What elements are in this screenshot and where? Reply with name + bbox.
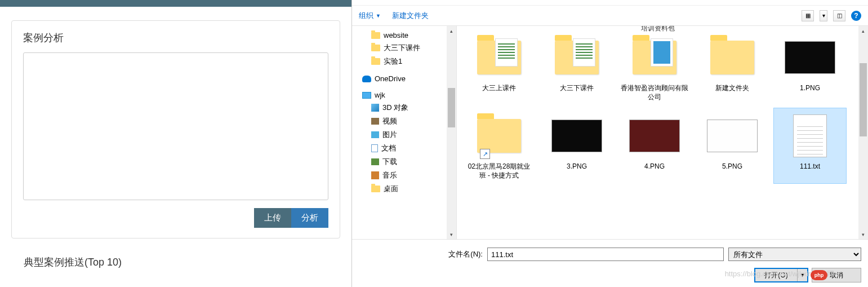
3d-objects-icon — [371, 104, 379, 112]
file-item[interactable]: 111.txt — [773, 108, 847, 184]
scroll-up-icon[interactable]: ▴ — [447, 26, 456, 36]
file-item[interactable]: 5.PNG — [696, 108, 769, 184]
open-button-group: 打开(O) ▼ — [754, 268, 808, 282]
file-label: 5.PNG — [722, 162, 742, 171]
tree-item-onedrive[interactable]: OneDrive — [352, 73, 447, 85]
file-label: 香港智盈咨询顾问有限公司 — [621, 84, 688, 101]
tree-item-music[interactable]: 音乐 — [352, 169, 447, 182]
php-badge-icon: php — [811, 270, 827, 280]
downloads-icon — [371, 158, 379, 165]
grid-scrollbar[interactable]: ▴ ▾ — [858, 26, 868, 239]
tree-item-pictures[interactable]: 图片 — [352, 128, 447, 142]
file-label: 大三下课件 — [560, 84, 594, 93]
file-item[interactable]: ↗02北京黑马28期就业班 - 快捷方式 — [462, 108, 536, 184]
file-label: 02北京黑马28期就业班 - 快捷方式 — [465, 162, 533, 180]
file-thumbnail — [705, 33, 759, 82]
open-button[interactable]: 打开(O) — [755, 269, 797, 281]
folder-icon — [371, 58, 380, 65]
card-title: 案例分析 — [23, 31, 328, 45]
file-item[interactable]: 香港智盈咨询顾问有限公司 — [618, 29, 691, 105]
organize-menu[interactable]: 组织▼ — [359, 11, 381, 21]
case-analysis-card: 案例分析 上传 分析 — [11, 20, 340, 239]
button-row: 上传 分析 — [23, 208, 328, 228]
tree-item-downloads[interactable]: 下载 — [352, 155, 447, 169]
file-open-dialog: 组织▼ 新建文件夹 ▦ ▾ ◫ ? website 大三下课件 实验1 OneD… — [351, 0, 868, 287]
analyze-button[interactable]: 分析 — [291, 208, 328, 228]
new-folder-button[interactable]: 新建文件夹 — [392, 11, 429, 21]
file-thumbnail — [705, 112, 759, 160]
view-dropdown[interactable]: ▾ — [820, 10, 827, 21]
file-label: 4.PNG — [644, 162, 665, 171]
pc-icon — [362, 92, 371, 99]
file-thumbnail — [783, 112, 837, 160]
tree-scrollbar[interactable]: ▴ ▾ — [447, 26, 456, 239]
music-icon — [371, 171, 379, 179]
file-label: 新建文件夹 — [715, 84, 749, 93]
section-title: 典型案例推送(Top 10) — [24, 255, 351, 269]
dialog-toolbar: 组织▼ 新建文件夹 ▦ ▾ ◫ ? — [352, 6, 868, 26]
scroll-thumb[interactable] — [448, 88, 455, 127]
web-left-panel: 案例分析 上传 分析 典型案例推送(Top 10) — [0, 0, 351, 287]
case-textarea[interactable] — [23, 52, 328, 200]
filename-label: 文件名(N): — [448, 249, 483, 259]
tree-item-videos[interactable]: 视频 — [352, 114, 447, 128]
dialog-body: website 大三下课件 实验1 OneDrive wjk 3D 对象 视频 … — [352, 26, 868, 239]
file-item[interactable]: 3.PNG — [540, 108, 613, 184]
upload-button[interactable]: 上传 — [254, 208, 291, 228]
onedrive-icon — [362, 76, 371, 82]
file-thumbnail — [550, 33, 604, 82]
file-thumbnail — [550, 112, 604, 160]
file-thumbnail — [627, 33, 682, 82]
dialog-bottom-bar: 文件名(N): 所有文件 打开(O) ▼ 取消 — [352, 239, 868, 287]
scroll-up-icon[interactable]: ▴ — [858, 26, 868, 36]
desktop-icon — [371, 186, 380, 192]
scroll-thumb[interactable] — [860, 63, 867, 136]
navigation-tree: website 大三下课件 实验1 OneDrive wjk 3D 对象 视频 … — [352, 26, 457, 239]
filename-input[interactable] — [487, 248, 724, 261]
chevron-down-icon: ▼ — [376, 13, 381, 19]
tree-item-thispc[interactable]: wjk — [352, 89, 447, 101]
file-item[interactable]: 4.PNG — [618, 108, 691, 184]
folder-icon — [371, 32, 380, 39]
file-thumbnail: ↗ — [472, 112, 526, 160]
open-dropdown-button[interactable]: ▼ — [797, 269, 807, 281]
pictures-icon — [371, 131, 379, 138]
scroll-down-icon[interactable]: ▾ — [858, 229, 868, 239]
tree-item-folder3[interactable]: 实验1 — [352, 55, 447, 68]
file-item[interactable]: 1.PNG — [773, 29, 847, 105]
tree-item-3dobjects[interactable]: 3D 对象 — [352, 101, 447, 114]
file-item[interactable]: 大三上课件 — [462, 29, 536, 105]
tree-item-desktop[interactable]: 桌面 — [352, 182, 447, 196]
tree-item-documents[interactable]: 文档 — [352, 142, 447, 155]
documents-icon — [371, 144, 378, 152]
header-bar — [0, 0, 351, 7]
file-grid[interactable]: 培训资料包 大三上课件大三下课件香港智盈咨询顾问有限公司新建文件夹1.PNG↗0… — [457, 26, 858, 239]
file-type-filter[interactable]: 所有文件 — [728, 248, 861, 261]
file-list-area: 培训资料包 大三上课件大三下课件香港智盈咨询顾问有限公司新建文件夹1.PNG↗0… — [457, 26, 868, 239]
tree-item-website[interactable]: website — [352, 29, 447, 41]
file-thumbnail — [783, 33, 837, 82]
file-label: 1.PNG — [800, 84, 820, 93]
tree-item-folder2[interactable]: 大三下课件 — [352, 41, 447, 55]
video-icon — [371, 118, 379, 125]
preview-pane-button[interactable]: ◫ — [833, 10, 845, 21]
scroll-down-icon[interactable]: ▾ — [447, 229, 456, 239]
parent-folder-label: 培训资料包 — [641, 26, 675, 33]
file-thumbnail — [472, 33, 526, 82]
file-item[interactable]: 大三下课件 — [540, 29, 613, 105]
dialog-address-bar — [352, 0, 868, 6]
file-label: 111.txt — [800, 162, 820, 171]
file-label: 大三上课件 — [482, 84, 516, 93]
view-mode-button[interactable]: ▦ — [802, 10, 814, 21]
help-icon[interactable]: ? — [851, 11, 861, 21]
folder-icon — [371, 45, 380, 51]
file-item[interactable]: 新建文件夹 — [696, 29, 769, 105]
file-label: 3.PNG — [567, 162, 587, 171]
file-thumbnail — [627, 112, 682, 160]
